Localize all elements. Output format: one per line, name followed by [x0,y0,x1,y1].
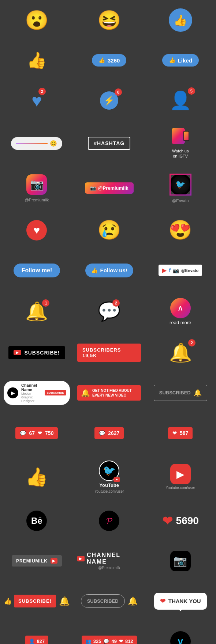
yt-logo-small: ▶ [113,477,120,482]
cry-emoji: 😢 [97,219,121,241]
cell-follow-me[interactable]: Follow me! [0,250,74,291]
yt-play-url: Youtube.com/user [166,486,195,490]
hashtag-label: #HASHTAG [94,140,124,146]
bell-subscribed-icon: 🔔 [194,389,202,397]
cell-social-row: ▶ f 📷 @Envato [145,250,216,291]
social-icons-row: ▶ f 📷 @Envato [159,265,202,276]
yt-channel-avatar: 🐦 ▶ [99,461,119,481]
heart-icon-multi: ❤ [119,639,123,644]
cell-fb-liked[interactable]: 👍 Liked [145,40,216,80]
cell-bell-1: 🔔 1 [0,291,74,333]
chat-icon-stats: 💬 [20,430,26,436]
at-premium-button[interactable]: 📷 @Premiumilk [85,182,134,194]
channel-name-text: Channel Name [21,383,42,392]
cell-hashtag[interactable]: #HASHTAG [74,121,145,166]
heart-count: 750 [45,430,53,436]
cell-cry-emoji: 😢 [74,210,145,250]
subscribe-label: SUBSCRIBE! [24,350,60,356]
subscribe-bell-row[interactable]: 👍 SUBSCRIBE! 🔔 [4,595,70,607]
igtv-icon [172,128,189,147]
vimeo-icon: v [178,636,183,644]
cell-red-heart: ♥ [0,210,74,250]
camera-icon: 📷 [30,178,44,191]
subscribe-mini-button[interactable]: SUBSCRIBE [45,390,66,395]
instagram-icon-small: 📷 [173,268,179,273]
person-badge-container: 👤 5 [170,90,191,111]
subscribed-gray-row[interactable]: SUBSCRIBED 🔔 [81,594,138,608]
social-row-label: @Envato [181,268,198,273]
chat-count-2: 2627 [108,430,119,436]
cell-stats-3: ❤ 587 [145,413,216,453]
follow-us-label: Follow us! [100,267,127,273]
thumb-icon-sub: 👍 [4,597,12,605]
yt-channel-name: YouTube [99,482,119,488]
cell-subscribed-btn[interactable]: SUBSCRIBED 🔔 [145,373,216,413]
love-count-container: ❤ 5690 [162,514,199,528]
notification-bar[interactable]: 🔔 GET NOTIFIED ABOUT EVERY NEW VIDEO [77,385,141,401]
cell-black-bell: 🔔 2 [145,333,216,373]
fb-count-button[interactable]: 👍 3260 [92,54,126,67]
read-more-container[interactable]: ∧ read more [170,298,191,325]
premiumilk-bar[interactable]: PREMIUMILK ▶ [12,555,62,567]
heart-badge-count: 2 [38,88,46,95]
youtube-channel-card: 🐦 ▶ YouTube Youtube.com/user [94,461,124,493]
envato-icon: 🐦 [175,180,185,189]
subscribe-button[interactable]: ▶ SUBSCRIBE! [8,346,65,359]
subscribed-button[interactable]: SUBSCRIBED 🔔 [154,385,207,401]
follow-me-button[interactable]: Follow me! [14,264,60,277]
cell-at-btn[interactable]: 📷 @Premiumilk [74,166,145,210]
cell-subs-count: SUBSCRIBERS 19,5K [74,333,145,373]
fb-liked-button[interactable]: 👍 Liked [162,54,199,67]
insta-logo-container: 📷 @Premiumilk [25,174,49,202]
pinterest-icon: 𝓟 [106,516,112,526]
camera-icon-small: 📷 [90,185,96,191]
black-bell-container: 🔔 2 [169,342,192,363]
at-premium-label: @Premiumilk [98,185,129,191]
subscribe-red-button[interactable]: SUBSCRIBE! [14,595,56,607]
cell-envato-circle: 🐦 @Envato [145,166,216,210]
cell-follow-us[interactable]: 👍 Follow us! [74,250,145,291]
channel-info: Channel Name Motion Graphic Designer [21,383,42,403]
cell-search-bar[interactable]: 😊 [0,121,74,166]
cell-behance: Bē [0,501,74,541]
pinterest-circle: 𝓟 [99,511,119,531]
cell-yt-channel: 🐦 ▶ YouTube Youtube.com/user [74,453,145,501]
instagram-icon: 📷 [26,174,47,195]
subscribers-label: SUBSCRIBERS 19,5K [82,347,121,358]
cell-subscribe-btn[interactable]: ▶ SUBSCRIBE! [0,333,74,373]
messenger-badge-count: 8 [115,88,122,96]
cell-subscribed-gray[interactable]: SUBSCRIBED 🔔 [74,581,145,621]
main-grid: 😮 😆 👍 👍 👍 3260 👍 Liked ♥ 2 ⚡ 8 [0,0,216,644]
yt-channel-url: Youtube.com/user [94,489,124,493]
hashtag-button[interactable]: #HASHTAG [88,137,130,150]
cell-notif-bar[interactable]: 🔔 GET NOTIFIED ABOUT EVERY NEW VIDEO [74,373,145,413]
cell-stats-1: 💬 67 ❤ 750 [0,413,74,453]
follow-us-button[interactable]: 👍 Follow us! [85,264,133,277]
cell-fb-count[interactable]: 👍 3260 [74,40,145,80]
subscribers-count-button: SUBSCRIBERS 19,5K [77,344,141,362]
channel-name-vertical: ▶ CHANNEL NAME @Premiumilk [77,552,141,570]
bell-icon-black: 🔔 [169,342,192,363]
subscribed-gray-button[interactable]: SUBSCRIBED [81,594,125,608]
person-icon: 👤 [170,91,191,110]
cell-channel-name-vertical: ▶ CHANNEL NAME @Premiumilk [74,541,145,581]
heart-icon-stats-3: ❤ [172,430,177,436]
search-bar[interactable]: 😊 [11,137,62,150]
thumb-up-red-icon: 👍 [25,466,48,488]
stats-pill-2: 💬 2627 [94,427,124,439]
thumb-up-icon: 👍 [27,51,47,70]
laugh-emoji: 😆 [97,9,121,31]
insta-logo-label: @Premiumilk [25,198,49,202]
cell-love-count: ❤ 5690 [145,501,216,541]
chat-count: 67 [29,430,35,436]
cell-person-badge: 👤 5 [145,80,216,121]
messenger-badge-container: ⚡ 8 [100,91,118,110]
cell-igtv: Watch uson IGTV [145,121,216,166]
channel-sub-text: Motion Graphic Designer [21,392,42,403]
stats-pill-1: 💬 67 ❤ 750 [15,427,58,439]
cell-premium-bar[interactable]: PREMIUMILK ▶ [0,541,74,581]
cell-thumb-plain: 👍 [0,40,74,80]
cell-read-more[interactable]: ∧ read more [145,291,216,333]
cell-sub-bell[interactable]: 👍 SUBSCRIBE! 🔔 [0,581,74,621]
subscribed-label: SUBSCRIBED [159,390,191,395]
